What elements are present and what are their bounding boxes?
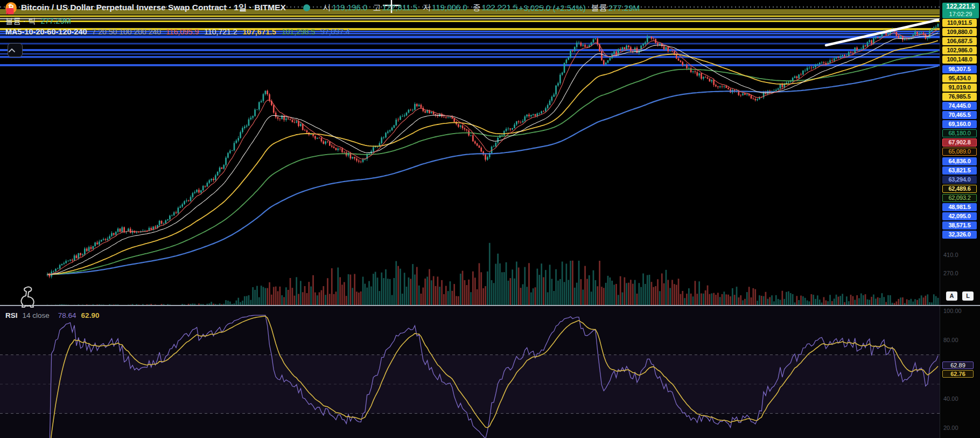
main-chart-canvas[interactable]	[0, 0, 940, 306]
trading-chart-app: ₿ Bitcoin / US Dollar Perpetual Inverse …	[0, 0, 980, 438]
pane-divider[interactable]	[0, 305, 980, 306]
price-label: 64,836.0	[942, 157, 977, 165]
price-label: 98,307.5	[942, 65, 977, 73]
volume-axis-tick: 270.0	[943, 270, 978, 277]
price-label: 106,687.5	[942, 37, 977, 45]
price-label: 109,880.0	[942, 28, 977, 36]
price-label: 32,326.0	[942, 231, 977, 239]
price-label: 70,465.5	[942, 111, 977, 119]
volume-axis-tick: 410.0	[943, 252, 978, 259]
bar-countdown: 17:02:29	[942, 11, 979, 18]
price-label: 100,148.0	[942, 55, 977, 64]
rsi-axis-tick: 100.00	[943, 308, 978, 315]
price-label: 91,019.0	[942, 84, 977, 92]
price-label: 102,986.0	[942, 46, 977, 54]
current-price-label: 122,221.5 17:02:29	[942, 3, 979, 18]
rsi-last-value-label: 62.76	[942, 370, 974, 378]
rsi-last-value-label: 62.89	[942, 361, 974, 369]
price-label: 65,089.0	[942, 148, 977, 156]
price-label: 95,434.0	[942, 74, 977, 82]
rsi-axis-tick: 20.00	[943, 425, 978, 432]
log-scale-button[interactable]: L	[962, 291, 974, 301]
price-label: 68,180.0	[942, 129, 977, 137]
price-label: 62,093.2	[942, 194, 977, 202]
price-scale[interactable]: 122,221.5 17:02:29 110,911.5109,880.0106…	[940, 0, 980, 438]
price-label: 69,160.0	[942, 120, 977, 128]
price-label: 76,985.5	[942, 93, 977, 101]
price-label: 63,821.5	[942, 166, 977, 175]
current-price-value: 122,221.5	[942, 3, 979, 11]
rsi-axis-tick: 80.00	[943, 337, 978, 344]
collapse-legend-button[interactable]	[8, 43, 23, 57]
price-label: 74,445.0	[942, 102, 977, 110]
price-label: 63,294.0	[942, 176, 977, 184]
price-label: 110,911.5	[942, 19, 977, 27]
price-label: 62,489.6	[942, 185, 977, 193]
price-label: 67,902.8	[942, 138, 977, 147]
rsi-axis-tick: 40.00	[943, 395, 978, 403]
price-label: 38,571.5	[942, 221, 977, 230]
price-label: 48,981.5	[942, 203, 977, 211]
price-label: 42,095.0	[942, 212, 977, 220]
auto-scale-button[interactable]: A	[946, 291, 957, 301]
rsi-pane-canvas[interactable]	[0, 306, 940, 438]
